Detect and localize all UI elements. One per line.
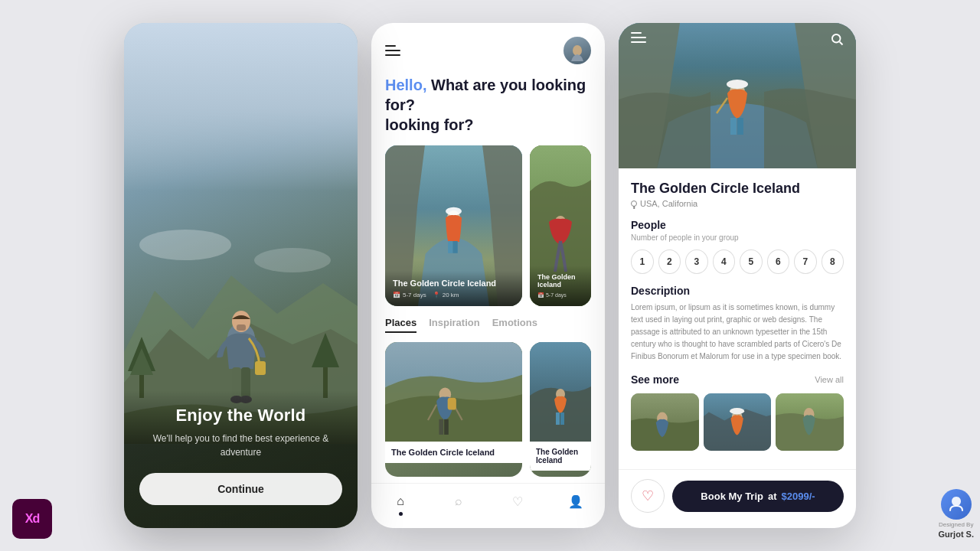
location-text: USA, California <box>640 199 697 208</box>
tab-inspiration[interactable]: Inspiration <box>429 317 479 333</box>
location-pin-icon <box>631 201 637 207</box>
people-btn-4[interactable]: 4 <box>713 249 736 274</box>
nav-active-dot <box>399 512 403 516</box>
people-btn-3[interactable]: 3 <box>685 249 708 274</box>
people-btn-1[interactable]: 1 <box>631 249 654 274</box>
place-card-1[interactable]: The Golden Circle Iceland <box>385 342 522 477</box>
place2-illustration <box>530 342 591 442</box>
continue-button[interactable]: Continue <box>139 473 342 505</box>
svg-rect-29 <box>448 398 456 410</box>
people-btn-5[interactable]: 5 <box>740 249 763 274</box>
s3-title: The Golden Circle Iceland <box>631 181 844 197</box>
view-all-button[interactable]: View all <box>815 375 844 384</box>
card-1-days: 📅5-7 days <box>393 292 426 298</box>
thumbnails-row: The Golden Circle Iceland The Go <box>631 393 844 451</box>
book-trip-button[interactable]: Book My Trip at $2099/- <box>672 481 844 512</box>
svg-point-40 <box>832 34 841 43</box>
description-title: Description <box>631 285 844 297</box>
designer-avatar <box>941 489 972 520</box>
book-label: Book My Trip <box>701 491 763 502</box>
svg-rect-9 <box>237 324 246 331</box>
place2-title: The Golden Iceland <box>536 448 585 465</box>
heart-icon: ♡ <box>509 493 526 510</box>
people-btn-2[interactable]: 2 <box>658 249 681 274</box>
tab-places[interactable]: Places <box>385 317 416 333</box>
see-more-title: See more <box>631 373 679 386</box>
nav-favorites[interactable]: ♡ <box>509 493 526 516</box>
place1-info: The Golden Circle Iceland <box>385 442 522 463</box>
description-text: Lorem ipsum, or lipsum as it is sometime… <box>631 302 844 363</box>
svg-rect-32 <box>556 412 560 425</box>
svg-point-1 <box>254 248 331 272</box>
home-icon: ⌂ <box>392 493 409 510</box>
avatar <box>564 37 591 64</box>
wishlist-button[interactable]: ♡ <box>631 479 665 513</box>
place1-title: The Golden Circle Iceland <box>391 448 516 457</box>
s3-hero-header <box>619 32 856 49</box>
s2-card-overlay-2: The Golden Iceland 📅 5-7 days <box>530 266 591 306</box>
nav-home[interactable]: ⌂ <box>392 493 409 516</box>
screen1-title: Enjoy the World <box>139 406 342 425</box>
s3-footer: ♡ Book My Trip at $2099/- <box>619 469 856 528</box>
book-price: $2099/- <box>782 491 815 502</box>
designer-label-text: Designed By <box>939 521 973 528</box>
nav-search[interactable]: ⌕ <box>450 493 467 516</box>
people-btn-7[interactable]: 7 <box>794 249 817 274</box>
screen-3: The Golden Circle Iceland USA, Californi… <box>619 23 856 528</box>
card-2-title: The Golden Iceland <box>537 273 583 289</box>
svg-rect-37 <box>730 118 737 135</box>
card-1-title: The Golden Circle Iceland <box>393 279 514 288</box>
s2-header <box>371 23 605 72</box>
thumb2-illustration <box>704 393 772 451</box>
book-at: at <box>768 491 777 502</box>
people-section-title: People <box>631 219 844 231</box>
xd-badge: Xd <box>12 499 52 539</box>
nav-profile[interactable]: 👤 <box>567 493 584 516</box>
s2-cards-row: The Golden Circle Iceland 📅5-7 days 📍20 … <box>371 145 605 317</box>
svg-rect-20 <box>452 241 457 253</box>
s2-card-overlay-1: The Golden Circle Iceland 📅5-7 days 📍20 … <box>385 271 522 306</box>
thumb3-illustration <box>776 393 844 451</box>
people-selector: 1 2 3 4 5 6 7 8 <box>631 249 844 274</box>
svg-point-0 <box>139 230 231 260</box>
card-1-meta: 📅5-7 days 📍20 km <box>393 292 514 298</box>
menu-icon[interactable] <box>385 45 400 56</box>
s3-location: USA, California <box>631 199 844 208</box>
greeting-text: Hello, What are you looking for? <box>385 75 591 115</box>
designer-name-text: Gurjot S. <box>939 530 974 539</box>
people-section-sub: Number of people in your group <box>631 233 844 242</box>
s2-greeting: Hello, What are you looking for? looking… <box>371 72 605 145</box>
s3-content: The Golden Circle Iceland USA, Californi… <box>619 168 856 469</box>
destination-card-1[interactable]: The Golden Circle Iceland 📅5-7 days 📍20 … <box>385 145 522 306</box>
s2-places-row: The Golden Circle Iceland <box>371 342 605 477</box>
s3-hero <box>619 23 856 168</box>
designer-badge: Designed By Gurjot S. <box>939 489 974 539</box>
svg-rect-25 <box>439 419 443 435</box>
search-icon: ⌕ <box>450 493 467 510</box>
greeting-hello: Hello, <box>385 77 426 93</box>
thumb1-illustration <box>631 393 699 451</box>
thumb-1[interactable]: The Golden Circle Iceland <box>631 393 699 451</box>
thumb-2[interactable]: The Golden Circle Iceland <box>704 393 772 451</box>
place-card-2[interactable]: The Golden Iceland <box>530 342 591 477</box>
tab-emotions[interactable]: Emotions <box>492 317 537 333</box>
people-btn-8[interactable]: 8 <box>822 249 844 274</box>
svg-point-36 <box>727 80 748 89</box>
destination-card-2[interactable]: The Golden Iceland 📅 5-7 days <box>530 145 591 306</box>
see-more-row: See more View all <box>631 373 844 386</box>
place1-illustration <box>385 342 522 442</box>
thumb-3[interactable]: The Golden Circle Iceland <box>776 393 844 451</box>
s3-menu-icon[interactable] <box>631 32 646 49</box>
s3-search-icon[interactable] <box>830 32 844 49</box>
svg-rect-26 <box>444 419 449 435</box>
thumb3-img <box>776 393 844 435</box>
screen-2: Hello, What are you looking for? looking… <box>371 23 605 528</box>
svg-rect-33 <box>560 412 564 425</box>
xd-label: Xd <box>25 512 39 526</box>
svg-rect-19 <box>448 241 452 253</box>
svg-point-18 <box>446 207 462 216</box>
people-btn-6[interactable]: 6 <box>767 249 790 274</box>
designer-avatar-icon <box>947 495 965 514</box>
screen1-overlay: Enjoy the World We'll help you to find t… <box>124 390 358 528</box>
card-1-distance: 📍20 km <box>433 292 459 298</box>
